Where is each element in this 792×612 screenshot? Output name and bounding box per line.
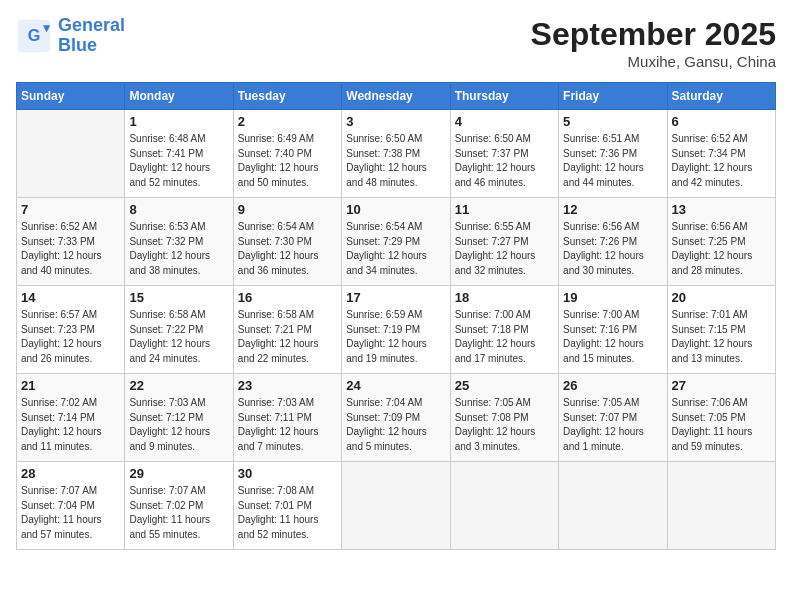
header-day-wednesday: Wednesday	[342, 83, 450, 110]
day-info: Sunrise: 6:50 AMSunset: 7:38 PMDaylight:…	[346, 132, 445, 190]
calendar-cell: 16Sunrise: 6:58 AMSunset: 7:21 PMDayligh…	[233, 286, 341, 374]
day-info: Sunrise: 6:53 AMSunset: 7:32 PMDaylight:…	[129, 220, 228, 278]
calendar-cell: 27Sunrise: 7:06 AMSunset: 7:05 PMDayligh…	[667, 374, 775, 462]
calendar-cell: 17Sunrise: 6:59 AMSunset: 7:19 PMDayligh…	[342, 286, 450, 374]
day-info: Sunrise: 6:49 AMSunset: 7:40 PMDaylight:…	[238, 132, 337, 190]
day-number: 23	[238, 378, 337, 393]
calendar-cell	[667, 462, 775, 550]
day-number: 20	[672, 290, 771, 305]
logo: G General Blue	[16, 16, 125, 56]
day-info: Sunrise: 6:57 AMSunset: 7:23 PMDaylight:…	[21, 308, 120, 366]
header-day-saturday: Saturday	[667, 83, 775, 110]
day-number: 10	[346, 202, 445, 217]
calendar-cell: 14Sunrise: 6:57 AMSunset: 7:23 PMDayligh…	[17, 286, 125, 374]
calendar-cell: 21Sunrise: 7:02 AMSunset: 7:14 PMDayligh…	[17, 374, 125, 462]
calendar-cell: 4Sunrise: 6:50 AMSunset: 7:37 PMDaylight…	[450, 110, 558, 198]
day-number: 22	[129, 378, 228, 393]
header-day-thursday: Thursday	[450, 83, 558, 110]
day-number: 14	[21, 290, 120, 305]
day-number: 13	[672, 202, 771, 217]
calendar-cell	[342, 462, 450, 550]
day-number: 9	[238, 202, 337, 217]
calendar-table: SundayMondayTuesdayWednesdayThursdayFrid…	[16, 82, 776, 550]
day-info: Sunrise: 7:03 AMSunset: 7:11 PMDaylight:…	[238, 396, 337, 454]
header-row: SundayMondayTuesdayWednesdayThursdayFrid…	[17, 83, 776, 110]
day-number: 12	[563, 202, 662, 217]
calendar-cell: 24Sunrise: 7:04 AMSunset: 7:09 PMDayligh…	[342, 374, 450, 462]
day-info: Sunrise: 7:00 AMSunset: 7:16 PMDaylight:…	[563, 308, 662, 366]
title-block: September 2025 Muxihe, Gansu, China	[531, 16, 776, 70]
calendar-cell: 10Sunrise: 6:54 AMSunset: 7:29 PMDayligh…	[342, 198, 450, 286]
day-number: 15	[129, 290, 228, 305]
day-info: Sunrise: 6:54 AMSunset: 7:30 PMDaylight:…	[238, 220, 337, 278]
day-info: Sunrise: 6:52 AMSunset: 7:33 PMDaylight:…	[21, 220, 120, 278]
header-day-monday: Monday	[125, 83, 233, 110]
calendar-cell: 8Sunrise: 6:53 AMSunset: 7:32 PMDaylight…	[125, 198, 233, 286]
month-title: September 2025	[531, 16, 776, 53]
day-info: Sunrise: 7:07 AMSunset: 7:04 PMDaylight:…	[21, 484, 120, 542]
day-info: Sunrise: 7:04 AMSunset: 7:09 PMDaylight:…	[346, 396, 445, 454]
day-info: Sunrise: 7:01 AMSunset: 7:15 PMDaylight:…	[672, 308, 771, 366]
calendar-cell: 1Sunrise: 6:48 AMSunset: 7:41 PMDaylight…	[125, 110, 233, 198]
calendar-cell: 12Sunrise: 6:56 AMSunset: 7:26 PMDayligh…	[559, 198, 667, 286]
day-number: 21	[21, 378, 120, 393]
day-info: Sunrise: 6:58 AMSunset: 7:21 PMDaylight:…	[238, 308, 337, 366]
day-info: Sunrise: 7:07 AMSunset: 7:02 PMDaylight:…	[129, 484, 228, 542]
day-info: Sunrise: 7:05 AMSunset: 7:08 PMDaylight:…	[455, 396, 554, 454]
calendar-cell: 19Sunrise: 7:00 AMSunset: 7:16 PMDayligh…	[559, 286, 667, 374]
day-number: 4	[455, 114, 554, 129]
header-day-friday: Friday	[559, 83, 667, 110]
calendar-cell	[17, 110, 125, 198]
day-info: Sunrise: 7:06 AMSunset: 7:05 PMDaylight:…	[672, 396, 771, 454]
calendar-cell: 28Sunrise: 7:07 AMSunset: 7:04 PMDayligh…	[17, 462, 125, 550]
calendar-cell: 25Sunrise: 7:05 AMSunset: 7:08 PMDayligh…	[450, 374, 558, 462]
week-row-1: 1Sunrise: 6:48 AMSunset: 7:41 PMDaylight…	[17, 110, 776, 198]
calendar-cell: 7Sunrise: 6:52 AMSunset: 7:33 PMDaylight…	[17, 198, 125, 286]
day-number: 1	[129, 114, 228, 129]
day-number: 6	[672, 114, 771, 129]
week-row-4: 21Sunrise: 7:02 AMSunset: 7:14 PMDayligh…	[17, 374, 776, 462]
day-info: Sunrise: 6:59 AMSunset: 7:19 PMDaylight:…	[346, 308, 445, 366]
calendar-cell: 11Sunrise: 6:55 AMSunset: 7:27 PMDayligh…	[450, 198, 558, 286]
day-number: 24	[346, 378, 445, 393]
calendar-cell: 6Sunrise: 6:52 AMSunset: 7:34 PMDaylight…	[667, 110, 775, 198]
calendar-cell: 18Sunrise: 7:00 AMSunset: 7:18 PMDayligh…	[450, 286, 558, 374]
day-info: Sunrise: 7:05 AMSunset: 7:07 PMDaylight:…	[563, 396, 662, 454]
day-number: 16	[238, 290, 337, 305]
day-number: 19	[563, 290, 662, 305]
calendar-cell: 9Sunrise: 6:54 AMSunset: 7:30 PMDaylight…	[233, 198, 341, 286]
logo-icon: G	[16, 18, 52, 54]
day-number: 18	[455, 290, 554, 305]
day-info: Sunrise: 7:03 AMSunset: 7:12 PMDaylight:…	[129, 396, 228, 454]
calendar-cell: 30Sunrise: 7:08 AMSunset: 7:01 PMDayligh…	[233, 462, 341, 550]
calendar-cell: 2Sunrise: 6:49 AMSunset: 7:40 PMDaylight…	[233, 110, 341, 198]
day-info: Sunrise: 6:55 AMSunset: 7:27 PMDaylight:…	[455, 220, 554, 278]
calendar-cell	[559, 462, 667, 550]
week-row-5: 28Sunrise: 7:07 AMSunset: 7:04 PMDayligh…	[17, 462, 776, 550]
day-number: 28	[21, 466, 120, 481]
week-row-2: 7Sunrise: 6:52 AMSunset: 7:33 PMDaylight…	[17, 198, 776, 286]
calendar-cell: 20Sunrise: 7:01 AMSunset: 7:15 PMDayligh…	[667, 286, 775, 374]
week-row-3: 14Sunrise: 6:57 AMSunset: 7:23 PMDayligh…	[17, 286, 776, 374]
day-info: Sunrise: 6:54 AMSunset: 7:29 PMDaylight:…	[346, 220, 445, 278]
location-subtitle: Muxihe, Gansu, China	[531, 53, 776, 70]
day-info: Sunrise: 7:00 AMSunset: 7:18 PMDaylight:…	[455, 308, 554, 366]
logo-line2: Blue	[58, 35, 97, 55]
calendar-cell: 26Sunrise: 7:05 AMSunset: 7:07 PMDayligh…	[559, 374, 667, 462]
day-number: 8	[129, 202, 228, 217]
header-day-sunday: Sunday	[17, 83, 125, 110]
day-info: Sunrise: 6:52 AMSunset: 7:34 PMDaylight:…	[672, 132, 771, 190]
day-info: Sunrise: 7:02 AMSunset: 7:14 PMDaylight:…	[21, 396, 120, 454]
day-number: 30	[238, 466, 337, 481]
calendar-cell: 13Sunrise: 6:56 AMSunset: 7:25 PMDayligh…	[667, 198, 775, 286]
day-number: 27	[672, 378, 771, 393]
calendar-cell: 22Sunrise: 7:03 AMSunset: 7:12 PMDayligh…	[125, 374, 233, 462]
calendar-cell: 15Sunrise: 6:58 AMSunset: 7:22 PMDayligh…	[125, 286, 233, 374]
svg-text:G: G	[28, 26, 41, 44]
calendar-cell: 3Sunrise: 6:50 AMSunset: 7:38 PMDaylight…	[342, 110, 450, 198]
day-info: Sunrise: 6:50 AMSunset: 7:37 PMDaylight:…	[455, 132, 554, 190]
calendar-cell: 29Sunrise: 7:07 AMSunset: 7:02 PMDayligh…	[125, 462, 233, 550]
day-number: 26	[563, 378, 662, 393]
page-header: G General Blue September 2025 Muxihe, Ga…	[16, 16, 776, 70]
day-info: Sunrise: 7:08 AMSunset: 7:01 PMDaylight:…	[238, 484, 337, 542]
